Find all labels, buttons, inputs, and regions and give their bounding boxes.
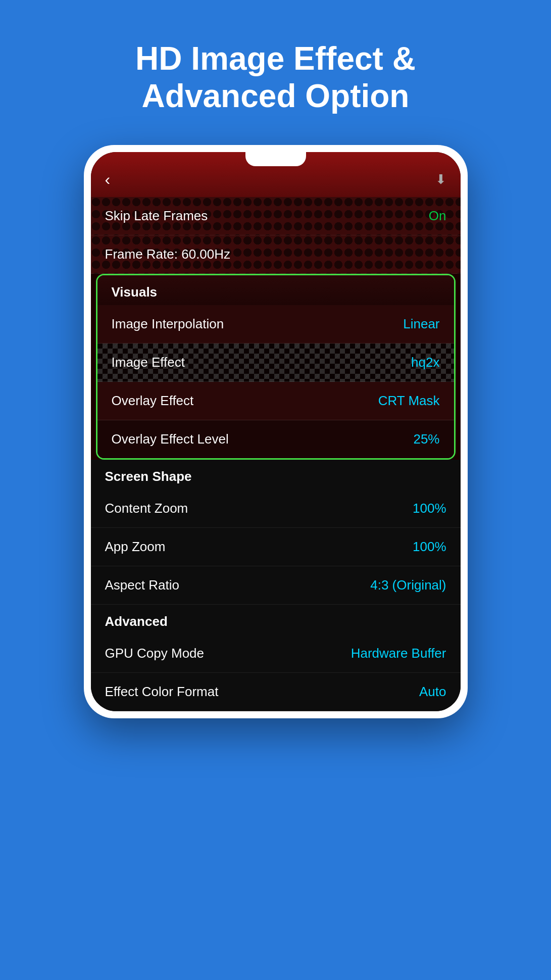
overlay-effect-level-value: 25% bbox=[413, 431, 439, 447]
visuals-section-header: Visuals bbox=[97, 275, 454, 305]
image-interpolation-row[interactable]: Image Interpolation Linear bbox=[97, 305, 454, 344]
app-zoom-row[interactable]: App Zoom 100% bbox=[91, 528, 461, 566]
back-button[interactable]: ‹ bbox=[105, 170, 111, 189]
download-icon[interactable]: ⬇ bbox=[435, 172, 446, 187]
overlay-effect-label: Overlay Effect bbox=[112, 393, 194, 409]
image-effect-value: hq2x bbox=[411, 355, 439, 370]
image-interpolation-label: Image Interpolation bbox=[112, 316, 224, 332]
overlay-effect-row[interactable]: Overlay Effect CRT Mask bbox=[97, 382, 454, 420]
effect-color-format-row[interactable]: Effect Color Format Auto bbox=[91, 673, 461, 711]
overlay-effect-level-label: Overlay Effect Level bbox=[112, 431, 229, 447]
aspect-ratio-value: 4:3 (Original) bbox=[370, 577, 446, 593]
frame-rate-label: Frame Rate: 60.00Hz bbox=[105, 247, 231, 262]
bottom-section: Screen Shape Content Zoom 100% App Zoom … bbox=[91, 460, 461, 711]
screen-shape-section-header: Screen Shape bbox=[91, 460, 461, 489]
effect-color-format-label: Effect Color Format bbox=[105, 684, 219, 700]
overlay-effect-level-row[interactable]: Overlay Effect Level 25% bbox=[97, 420, 454, 458]
content-zoom-label: Content Zoom bbox=[105, 501, 188, 516]
phone-notch bbox=[245, 152, 306, 166]
visuals-section: Visuals Image Interpolation Linear Image… bbox=[96, 274, 456, 460]
phone-mockup: ‹ ⬇ Skip Late Frames On Frame Rate: 60.0… bbox=[84, 145, 468, 718]
effect-color-format-value: Auto bbox=[419, 684, 446, 700]
gpu-copy-mode-row[interactable]: GPU Copy Mode Hardware Buffer bbox=[91, 634, 461, 673]
advanced-section-header: Advanced bbox=[91, 605, 461, 634]
page-title: HD Image Effect & Advanced Option bbox=[105, 40, 446, 115]
content-zoom-value: 100% bbox=[413, 501, 446, 516]
aspect-ratio-row[interactable]: Aspect Ratio 4:3 (Original) bbox=[91, 566, 461, 605]
aspect-ratio-label: Aspect Ratio bbox=[105, 577, 179, 593]
app-zoom-label: App Zoom bbox=[105, 539, 166, 555]
app-zoom-value: 100% bbox=[413, 539, 446, 555]
gpu-copy-mode-label: GPU Copy Mode bbox=[105, 646, 205, 661]
frame-rate-row[interactable]: Frame Rate: 60.00Hz bbox=[91, 235, 461, 274]
overlay-effect-value: CRT Mask bbox=[378, 393, 440, 409]
skip-late-frames-row[interactable]: Skip Late Frames On bbox=[91, 197, 461, 235]
content-zoom-row[interactable]: Content Zoom 100% bbox=[91, 489, 461, 528]
image-effect-row[interactable]: Image Effect hq2x bbox=[97, 344, 454, 382]
image-effect-label: Image Effect bbox=[112, 355, 185, 370]
image-interpolation-value: Linear bbox=[403, 316, 439, 332]
skip-late-frames-value: On bbox=[429, 208, 446, 224]
skip-late-frames-label: Skip Late Frames bbox=[105, 208, 208, 224]
gpu-copy-mode-value: Hardware Buffer bbox=[351, 646, 446, 661]
